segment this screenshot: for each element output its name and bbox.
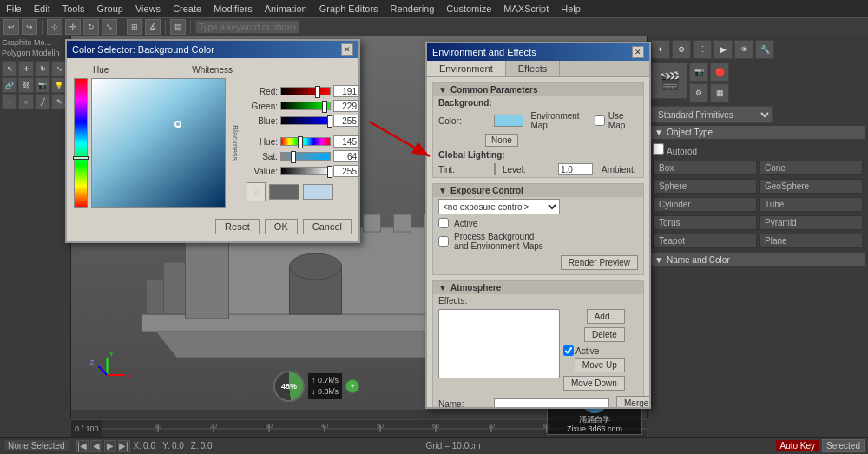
merge-btn[interactable]: Merge bbox=[616, 396, 649, 407]
menu-rendering[interactable]: Rendering bbox=[388, 3, 437, 14]
sat-slider[interactable] bbox=[280, 152, 331, 161]
sat-value[interactable]: 64 bbox=[333, 150, 359, 162]
toolbar-snap[interactable]: ⊞ bbox=[127, 19, 142, 35]
tool-space[interactable]: ○ bbox=[18, 94, 34, 109]
geosphere-btn[interactable]: GeoSphere bbox=[759, 179, 863, 194]
eyedropper-btn[interactable]: ⊘ bbox=[247, 182, 266, 201]
rs-display-btn[interactable]: 👁 bbox=[734, 40, 753, 59]
rs-utilities-btn[interactable]: 🔧 bbox=[755, 40, 774, 59]
rs-hierarchy-btn[interactable]: ⋮ bbox=[693, 40, 712, 59]
process-bg-checkbox[interactable] bbox=[438, 236, 449, 247]
tab-effects[interactable]: Effects bbox=[506, 61, 560, 76]
green-slider[interactable] bbox=[280, 102, 331, 110]
menu-help[interactable]: Help bbox=[558, 3, 583, 14]
primitives-dropdown[interactable]: Standard Primitives bbox=[651, 106, 773, 123]
tool-select[interactable]: ↖ bbox=[2, 61, 17, 76]
anim-play-btn[interactable]: ▶ bbox=[104, 440, 116, 452]
active-checkbox[interactable] bbox=[438, 218, 449, 228]
rs-modify-btn[interactable]: ⚙ bbox=[672, 40, 691, 59]
reset-button[interactable]: Reset bbox=[215, 219, 260, 234]
tint-swatch[interactable] bbox=[494, 163, 496, 175]
red-slider[interactable] bbox=[280, 87, 331, 95]
env-close-btn[interactable]: ✕ bbox=[632, 46, 644, 58]
color-selector-close[interactable]: ✕ bbox=[341, 43, 353, 56]
atm-active-checkbox[interactable] bbox=[563, 345, 574, 356]
menu-customize[interactable]: Customize bbox=[444, 3, 494, 14]
rs-btn5[interactable]: ▦ bbox=[710, 83, 729, 102]
tool-link[interactable]: 🔗 bbox=[2, 77, 17, 93]
env-titlebar[interactable]: Environment and Effects ✕ bbox=[427, 43, 649, 61]
use-map-checkbox[interactable] bbox=[595, 115, 605, 126]
rs-motion-btn[interactable]: ▶ bbox=[713, 40, 733, 59]
menu-edit[interactable]: Edit bbox=[31, 3, 53, 14]
exposure-dropdown[interactable]: <no exposure control> bbox=[438, 199, 560, 214]
rs-create-btn[interactable]: ✦ bbox=[651, 40, 670, 59]
blue-slider[interactable] bbox=[280, 116, 331, 125]
box-btn[interactable]: Box bbox=[653, 161, 757, 175]
tool-unlink[interactable]: ⛓ bbox=[18, 77, 34, 93]
anim-btn4[interactable]: ▶| bbox=[118, 440, 130, 452]
torus-btn[interactable]: Torus bbox=[653, 215, 757, 230]
color-selector-titlebar[interactable]: Color Selector: Background Color ✕ bbox=[67, 41, 358, 58]
ok-button[interactable]: OK bbox=[265, 219, 298, 234]
toolbar-move[interactable]: ✛ bbox=[65, 19, 81, 35]
tool-move[interactable]: ✛ bbox=[18, 61, 34, 76]
rs-btn4[interactable]: 🔴 bbox=[710, 63, 729, 82]
toolbar-undo[interactable]: ↩ bbox=[3, 19, 19, 35]
toolbar-scale[interactable]: ⤡ bbox=[102, 19, 117, 35]
menu-group[interactable]: Group bbox=[94, 3, 126, 14]
tool-rotate[interactable]: ↻ bbox=[35, 61, 50, 76]
sphere-btn[interactable]: Sphere bbox=[653, 179, 757, 194]
toolbar-layer[interactable]: ▤ bbox=[170, 19, 186, 35]
effects-list[interactable] bbox=[438, 309, 560, 378]
rs-btn2[interactable]: 📷 bbox=[689, 63, 708, 82]
rs-render-btn[interactable]: 🎬 bbox=[651, 63, 687, 99]
menu-modifiers[interactable]: Modifiers bbox=[211, 3, 255, 14]
bg-color-swatch[interactable] bbox=[494, 115, 523, 127]
auto-key-btn[interactable]: Auto Key bbox=[776, 440, 819, 451]
env-map-btn[interactable]: None bbox=[485, 134, 518, 147]
plane-btn[interactable]: Plane bbox=[759, 234, 863, 248]
level-input[interactable] bbox=[558, 163, 593, 175]
toolbar-redo[interactable]: ↪ bbox=[22, 19, 37, 35]
pyramid-btn[interactable]: Pyramid bbox=[759, 215, 863, 230]
anim-btn1[interactable]: |◀ bbox=[76, 440, 89, 452]
menu-graph-editors[interactable]: Graph Editors bbox=[317, 3, 381, 14]
menu-views[interactable]: Views bbox=[133, 3, 163, 14]
add-btn[interactable]: Add... bbox=[587, 309, 625, 324]
red-value[interactable]: 191 bbox=[333, 85, 359, 97]
cone-btn[interactable]: Cone bbox=[759, 161, 863, 175]
move-down-btn[interactable]: Move Down bbox=[563, 376, 625, 391]
name-input[interactable] bbox=[494, 398, 609, 408]
menu-create[interactable]: Create bbox=[170, 3, 204, 14]
tool-camera[interactable]: 📷 bbox=[35, 77, 50, 93]
green-value[interactable]: 229 bbox=[333, 100, 359, 112]
menu-maxscript[interactable]: MAXScript bbox=[501, 3, 551, 14]
val-slider[interactable] bbox=[280, 167, 331, 175]
tool-bone[interactable]: ╱ bbox=[35, 94, 50, 109]
autorod-checkbox[interactable] bbox=[653, 143, 664, 155]
hue-slider[interactable] bbox=[280, 137, 331, 146]
search-input[interactable] bbox=[195, 20, 299, 34]
menu-tools[interactable]: Tools bbox=[60, 3, 88, 14]
cylinder-btn[interactable]: Cylinder bbox=[653, 197, 757, 212]
delete-btn[interactable]: Delete bbox=[584, 327, 625, 342]
blue-value[interactable]: 255 bbox=[333, 115, 359, 127]
toolbar-angsnap[interactable]: ∡ bbox=[145, 19, 161, 35]
teapot-btn[interactable]: Teapot bbox=[653, 234, 757, 248]
stats-action-btn[interactable]: + bbox=[345, 379, 359, 393]
move-up-btn[interactable]: Move Up bbox=[575, 358, 625, 372]
hue-field-value[interactable]: 145 bbox=[333, 135, 359, 148]
anim-btn2[interactable]: ◀ bbox=[90, 440, 102, 452]
rs-btn3[interactable]: ⚙ bbox=[689, 83, 708, 102]
toolbar-rotate[interactable]: ↻ bbox=[83, 19, 99, 35]
color-gradient-box[interactable] bbox=[91, 78, 226, 208]
tab-environment[interactable]: Environment bbox=[427, 61, 506, 76]
val-value[interactable]: 255 bbox=[333, 165, 359, 177]
hue-strip[interactable] bbox=[74, 78, 88, 208]
render-preview-btn[interactable]: Render Preview bbox=[561, 255, 638, 270]
menu-file[interactable]: File bbox=[3, 3, 24, 14]
toolbar-select[interactable]: ⊹ bbox=[47, 19, 62, 35]
menu-animation[interactable]: Animation bbox=[262, 3, 310, 14]
tube-btn[interactable]: Tube bbox=[759, 197, 863, 212]
